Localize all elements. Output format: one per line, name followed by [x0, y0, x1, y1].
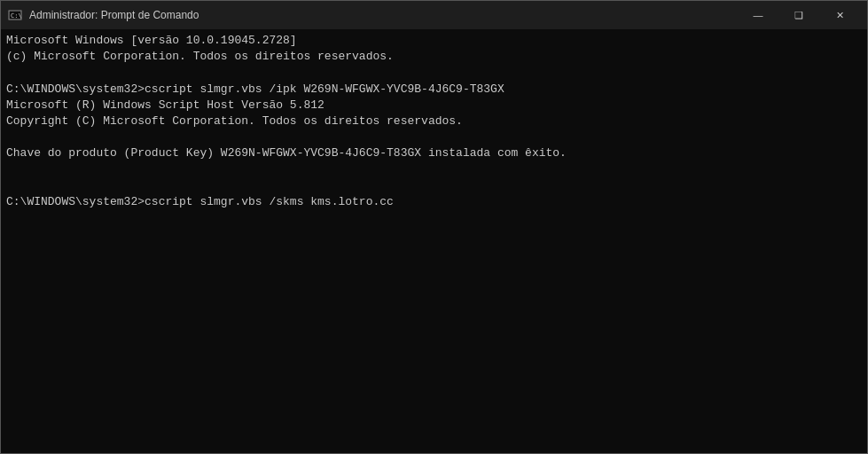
- window-title: Administrador: Prompt de Comando: [29, 9, 738, 21]
- console-output[interactable]: Microsoft Windows [versão 10.0.19045.272…: [1, 29, 867, 453]
- console-line: [6, 162, 862, 178]
- console-line: C:\WINDOWS\system32>cscript slmgr.vbs /i…: [6, 82, 862, 98]
- console-line: [6, 129, 862, 145]
- titlebar: C:\ Administrador: Prompt de Comando — ❑…: [1, 1, 867, 29]
- console-line: (c) Microsoft Corporation. Todos os dire…: [6, 49, 862, 65]
- console-line: C:\WINDOWS\system32>cscript slmgr.vbs /s…: [6, 194, 862, 210]
- svg-text:C:\: C:\: [11, 12, 22, 20]
- console-line: Copyright (C) Microsoft Corporation. Tod…: [6, 114, 862, 129]
- console-line: [6, 65, 862, 81]
- close-button[interactable]: ✕: [819, 1, 860, 29]
- maximize-button[interactable]: ❑: [778, 1, 819, 29]
- minimize-button[interactable]: —: [738, 1, 778, 29]
- console-line: [6, 178, 862, 194]
- console-line: Microsoft (R) Windows Script Host Versão…: [6, 98, 862, 114]
- window-controls: — ❑ ✕: [738, 1, 860, 29]
- console-line: Chave do produto (Product Key) W269N-WFG…: [6, 145, 862, 161]
- window-icon: C:\: [8, 8, 22, 22]
- cmd-window: C:\ Administrador: Prompt de Comando — ❑…: [0, 0, 868, 454]
- console-line: Microsoft Windows [versão 10.0.19045.272…: [6, 33, 862, 49]
